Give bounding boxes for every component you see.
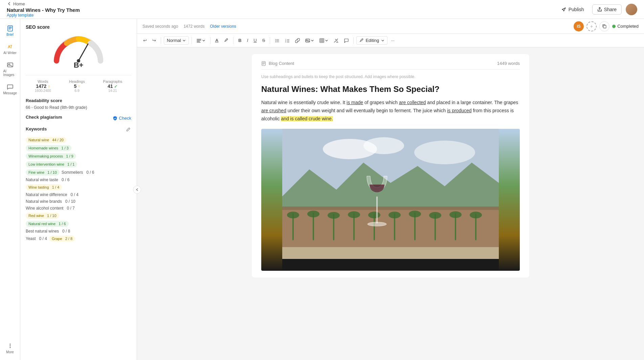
guest-avatar: +: [586, 21, 597, 31]
wine-vineyard-image: [261, 129, 520, 271]
keyword-badge[interactable]: Red wine 1 / 10: [26, 213, 59, 219]
keywords-title: Keywords: [26, 126, 47, 131]
list-item: Natural wine brands 0 / 10: [26, 199, 131, 204]
formatting-toolbar: ↩ ↪ Normal A: [137, 34, 644, 47]
undo-button[interactable]: ↩: [141, 37, 149, 44]
keyword-badge[interactable]: Natural red wine 1 / 6: [26, 221, 69, 227]
svg-text:3.: 3.: [285, 41, 287, 43]
collapse-panel-button[interactable]: [133, 186, 141, 194]
bold-button[interactable]: B: [236, 37, 243, 44]
link-button[interactable]: [293, 37, 302, 44]
blog-content-title: Blog Content: [269, 61, 294, 66]
keyword-badge[interactable]: Grape 2 / 8: [49, 236, 75, 242]
readability-score: 66 - Good to Read (8th-9th grade): [26, 105, 131, 110]
keyword-plain: Natural wine difference 0 / 4: [26, 192, 79, 197]
seo-score-title: SEO score: [26, 24, 50, 30]
share-icon: [597, 7, 602, 12]
italic-button[interactable]: I: [245, 37, 250, 44]
keywords-edit-button[interactable]: [125, 126, 131, 134]
sidebar-item-more[interactable]: More: [1, 340, 19, 357]
more-options-button[interactable]: ···: [389, 37, 397, 44]
editor-top-left: Saved seconds ago 1472 words Older versi…: [142, 24, 236, 29]
editor-card: Blog Content 1449 words Use subheadings …: [252, 54, 529, 278]
numbered-list-icon: 1. 2. 3.: [285, 38, 290, 43]
image-button[interactable]: [303, 37, 316, 44]
svg-point-21: [363, 137, 404, 154]
sidebar-item-message[interactable]: Message: [1, 81, 19, 98]
list-item: Best natural wines 0 / 8: [26, 229, 131, 234]
toolbar-separator: [192, 37, 192, 44]
keyword-badge[interactable]: Fine wine 1 / 10: [26, 169, 60, 175]
status-badge: Completed: [612, 24, 639, 29]
editor-top-right: IS + Completed: [574, 21, 639, 31]
strikethrough-button[interactable]: S: [260, 37, 267, 44]
paragraphs-label: Paragraphs: [103, 79, 122, 83]
doc-icon: [261, 61, 266, 66]
align-button[interactable]: [195, 37, 207, 44]
editing-mode-select[interactable]: Editing: [356, 36, 387, 45]
list-item: Low intervention wine 1 / 1: [26, 161, 131, 167]
svg-point-5: [9, 347, 10, 348]
bullet-list-button[interactable]: [273, 37, 282, 44]
svg-point-38: [368, 212, 380, 218]
shield-check-icon: [113, 116, 117, 121]
highlighter-icon: [224, 38, 228, 43]
check-plagiarism-button[interactable]: Check: [113, 116, 131, 121]
svg-point-22: [414, 141, 475, 164]
edit-mode-icon: [359, 39, 363, 43]
highlighted-text: and is called crude wine.: [281, 116, 333, 121]
older-versions-link[interactable]: Older versions: [210, 24, 236, 29]
nav-right: Publish Share: [557, 4, 637, 15]
list-item: Natural wine 44 / 20: [26, 137, 131, 143]
svg-point-39: [388, 212, 401, 218]
numbered-list-button[interactable]: 1. 2. 3.: [283, 37, 292, 44]
paragraphs-check: ✓: [114, 84, 117, 89]
article-title[interactable]: Natural Wines: What Makes Them So Specia…: [261, 85, 520, 94]
share-button[interactable]: Share: [592, 4, 622, 15]
home-link[interactable]: Home: [7, 1, 80, 6]
table-icon: [319, 38, 324, 43]
keywords-list: Natural wine 44 / 20 Homemade wines 1 / …: [26, 137, 131, 242]
words-arrow: ↑: [48, 84, 50, 89]
underline-button[interactable]: U: [251, 37, 259, 44]
keyword-plain: Sommeliers 0 / 6: [62, 170, 94, 175]
words-range: 1600-2400: [35, 89, 51, 93]
keyword-badge[interactable]: Low intervention wine 1 / 1: [26, 161, 77, 167]
keyword-badge[interactable]: Winemaking process 1 / 9: [26, 153, 76, 159]
comment-button[interactable]: [342, 37, 351, 44]
toolbar-separator: [270, 37, 270, 44]
keyword-badge[interactable]: Wine tasting 1 / 4: [26, 184, 62, 190]
headings-value: 5 ↑: [69, 83, 85, 89]
sidebar-item-brief[interactable]: Brief: [1, 22, 19, 39]
publish-button[interactable]: Publish: [557, 5, 588, 14]
blog-content-label: Blog Content: [261, 61, 294, 66]
avatar[interactable]: [626, 4, 637, 15]
seo-score-header: SEO score: [26, 24, 131, 30]
paragraphs-range: 14-21: [103, 89, 122, 93]
blog-content-header: Blog Content 1449 words: [261, 61, 520, 70]
sidebar-item-ai-writer[interactable]: AI Writer: [1, 41, 19, 57]
image-icon: [305, 38, 310, 43]
gauge-grade: B+: [74, 61, 84, 70]
svg-point-9: [275, 39, 276, 40]
svg-point-36: [328, 212, 340, 219]
copy-icon-button[interactable]: [599, 21, 609, 31]
more-icon: [7, 342, 14, 349]
apply-template-link[interactable]: Apply template: [7, 13, 80, 18]
keyword-badge[interactable]: Homemade wines 1 / 3: [26, 145, 71, 151]
article-body[interactable]: Natural wine is essentially crude wine. …: [261, 99, 520, 123]
sidebar-item-ai-images[interactable]: AI Images: [1, 59, 19, 79]
svg-rect-45: [282, 259, 499, 271]
paragraphs-value: 41 ✓: [103, 83, 122, 89]
check-plagiarism-label: Check: [119, 116, 131, 121]
redo-button[interactable]: ↪: [150, 37, 158, 44]
keyword-badge[interactable]: Natural wine 44 / 20: [26, 137, 66, 143]
highlight-button[interactable]: [222, 37, 230, 44]
blog-word-count: 1449 words: [497, 61, 520, 66]
text-color-button[interactable]: A: [213, 37, 220, 44]
paragraphs-stat: Paragraphs 41 ✓ 14-21: [103, 79, 122, 93]
table-button[interactable]: [317, 37, 330, 44]
clear-format-button[interactable]: [332, 37, 340, 44]
text-style-select[interactable]: Normal: [164, 36, 189, 45]
page-title: Natural Wines - Why Try Them: [7, 7, 80, 13]
